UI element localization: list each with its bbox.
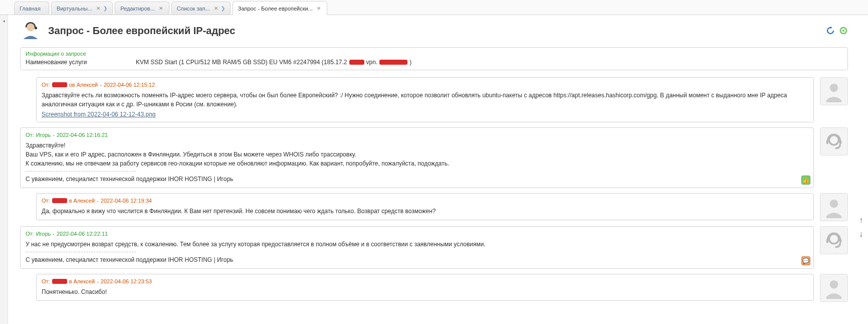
help-icon[interactable] xyxy=(839,26,848,35)
meta-timestamp: 2022-04-06 12:19:34 xyxy=(101,198,152,204)
meta-from: От: xyxy=(42,82,50,88)
close-icon[interactable]: ✕ xyxy=(213,6,219,12)
signature-separator xyxy=(26,252,136,252)
user-avatar xyxy=(820,193,848,221)
svg-point-6 xyxy=(829,135,838,145)
message-row: От: Игорь - 2022-04-06 12:22:11 У нас не… xyxy=(20,226,848,269)
message-meta: От: Игорь - 2022-04-06 12:22:11 xyxy=(26,231,808,237)
svg-rect-12 xyxy=(839,239,841,243)
page-header: Запрос - Более европейский IP-адрес xyxy=(20,20,848,41)
close-icon[interactable]: ✕ xyxy=(158,6,164,12)
svg-point-10 xyxy=(829,234,838,244)
message-row: От: в Алексей - 2022-04-06 12:23:53 Поня… xyxy=(36,274,848,302)
svg-point-5 xyxy=(830,84,838,92)
scroll-down-icon[interactable]: ↓ xyxy=(859,230,863,239)
message-body: Здравствуйте есть ли возможность поменят… xyxy=(42,91,808,109)
message-row: От: в Алексей - 2022-04-06 12:19:34 Да, … xyxy=(36,193,848,221)
close-icon[interactable]: ✕ xyxy=(316,6,322,12)
signature: С уважением, специалист технической подд… xyxy=(26,255,808,264)
tab-list[interactable]: Список зап... ✕ ❯ xyxy=(171,2,231,15)
meta-sep: - xyxy=(100,82,102,88)
tab-label: Запрос - Более европейски... xyxy=(238,6,313,12)
tab-label: Виртуальны... xyxy=(57,6,92,12)
info-value-mid: vpn. xyxy=(366,59,378,66)
message-meta: От: ов Алексей - 2022-04-06 12:15:12 xyxy=(42,82,808,88)
meta-name: ов Алексей xyxy=(69,82,98,88)
redacted-text xyxy=(52,279,67,284)
redacted-text xyxy=(52,82,67,87)
redacted-text xyxy=(52,198,67,203)
tab-strip: Главная Виртуальны... ✕ ❯ Редактиров... … xyxy=(0,0,868,15)
refresh-icon[interactable] xyxy=(826,26,835,35)
meta-name: Игорь xyxy=(36,132,51,138)
meta-sep: - xyxy=(97,198,99,204)
support-avatar-icon xyxy=(20,20,41,41)
person-icon xyxy=(823,196,845,218)
message-body: Да, формально я вижу что числится в Финл… xyxy=(42,207,808,216)
svg-point-4 xyxy=(842,30,845,32)
person-icon xyxy=(823,277,845,299)
tab-label: Редактиров... xyxy=(120,6,155,12)
info-title: Информация о запросе xyxy=(26,51,842,57)
svg-point-0 xyxy=(27,24,35,32)
message-meta: От: Игорь - 2022-04-06 12:16:21 xyxy=(26,132,808,138)
rate-up-button[interactable]: 👍 xyxy=(801,176,810,185)
headset-icon xyxy=(823,130,845,152)
message-body: Понятненько. Спасибо! xyxy=(42,287,808,296)
svg-rect-11 xyxy=(826,239,828,243)
meta-sep: - xyxy=(53,231,55,237)
rate-down-button[interactable]: 💬 xyxy=(801,256,810,265)
info-value: KVM SSD Start (1 CPU/512 MB RAM/5 GB SSD… xyxy=(136,59,411,66)
meta-timestamp: 2022-04-06 12:22:11 xyxy=(57,231,108,237)
meta-sep: - xyxy=(97,278,99,284)
meta-timestamp: 2022-04-06 12:23:53 xyxy=(101,278,152,284)
meta-from: От: xyxy=(42,278,50,284)
svg-rect-8 xyxy=(839,140,841,144)
body-line: Ваш VPS, как и его IP адрес, расположен … xyxy=(26,150,808,159)
chevron-right-icon: ❯ xyxy=(221,6,225,11)
scroll-up-icon[interactable]: ↑ xyxy=(859,216,863,225)
tab-edit[interactable]: Редактиров... ✕ xyxy=(115,2,169,15)
signature-separator xyxy=(26,171,136,172)
message-body: Здравствуйте! Ваш VPS, как и его IP адре… xyxy=(26,141,808,184)
message-bubble: От: в Алексей - 2022-04-06 12:19:34 Да, … xyxy=(36,193,814,220)
tab-request[interactable]: Запрос - Более европейски... ✕ xyxy=(233,1,327,15)
tab-virtual[interactable]: Виртуальны... ✕ ❯ xyxy=(51,2,113,15)
attachment-link[interactable]: Screenshot from 2022-04-06 12-12-43.png xyxy=(42,111,155,118)
meta-from: От: xyxy=(26,132,34,138)
user-avatar xyxy=(820,274,848,302)
staff-avatar xyxy=(820,127,848,155)
meta-sep: - xyxy=(53,132,55,138)
left-panel-collapse[interactable]: ◂ xyxy=(0,15,8,324)
body-line: У нас не предусмотрен возврат средств, к… xyxy=(26,240,808,249)
message-bubble: От: в Алексей - 2022-04-06 12:23:53 Поня… xyxy=(36,274,814,301)
meta-name: в Алексей xyxy=(69,278,95,284)
svg-point-9 xyxy=(830,200,838,208)
message-bubble: От: Игорь - 2022-04-06 12:22:11 У нас не… xyxy=(20,226,814,269)
headset-icon xyxy=(823,229,845,251)
message-row: От: ов Алексей - 2022-04-06 12:15:12 Здр… xyxy=(36,77,848,122)
message-meta: От: в Алексей - 2022-04-06 12:19:34 xyxy=(42,198,808,204)
close-icon[interactable]: ✕ xyxy=(95,6,101,12)
redacted-text xyxy=(379,60,407,65)
person-icon xyxy=(823,80,845,102)
meta-name: Игорь xyxy=(36,231,51,237)
svg-point-13 xyxy=(830,280,838,289)
tab-home[interactable]: Главная xyxy=(14,2,49,15)
signature: С уважением, специалист технической подд… xyxy=(26,175,808,184)
svg-point-1 xyxy=(35,27,37,29)
svg-rect-7 xyxy=(826,140,828,144)
message-body: У нас не предусмотрен возврат средств, к… xyxy=(26,240,808,264)
body-line: Здравствуйте! xyxy=(26,141,808,150)
message-bubble: От: Игорь - 2022-04-06 12:16:21 Здравств… xyxy=(20,127,814,188)
request-info-panel: Информация о запросе Наименование услуги… xyxy=(20,47,848,70)
tab-label: Главная xyxy=(20,6,41,12)
message-row: От: Игорь - 2022-04-06 12:16:21 Здравств… xyxy=(20,127,848,188)
scroll-controls: ↑ ↓ xyxy=(859,216,863,239)
info-value-suffix: ) xyxy=(409,59,411,66)
meta-timestamp: 2022-04-06 12:16:21 xyxy=(57,132,108,138)
info-label: Наименование услуги xyxy=(26,59,136,66)
body-line: К сожалению, мы не отвечаем за работу се… xyxy=(26,159,808,168)
user-avatar xyxy=(820,77,848,105)
staff-avatar xyxy=(820,226,848,254)
